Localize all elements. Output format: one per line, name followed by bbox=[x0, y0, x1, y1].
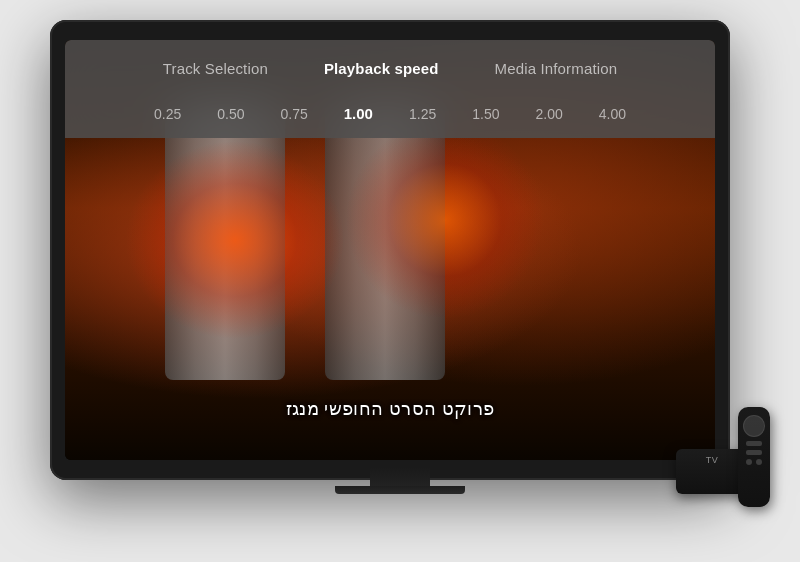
scene: Track Selection Playback speed Media Inf… bbox=[0, 0, 800, 562]
remote-volume-up[interactable] bbox=[756, 459, 762, 465]
remote-volume-down[interactable] bbox=[746, 459, 752, 465]
tv-frame: Track Selection Playback speed Media Inf… bbox=[50, 20, 730, 480]
subtitle-text: פרוקט הסרט החופשי מנגז bbox=[65, 398, 715, 420]
speed-option-1.25[interactable]: 1.25 bbox=[391, 102, 454, 126]
remote-volume-controls bbox=[746, 459, 762, 465]
remote-play-button[interactable] bbox=[746, 450, 762, 455]
speed-options-row: 0.25 0.50 0.75 1.00 1.25 1.50 2.00 4.00 bbox=[65, 93, 715, 138]
tabs-row: Track Selection Playback speed Media Inf… bbox=[65, 40, 715, 93]
tv-screen: Track Selection Playback speed Media Inf… bbox=[65, 40, 715, 460]
speed-option-0.50[interactable]: 0.50 bbox=[199, 102, 262, 126]
glow-left bbox=[125, 140, 345, 340]
glow-right bbox=[345, 120, 545, 320]
stand-neck bbox=[370, 468, 430, 486]
tab-media-information[interactable]: Media Information bbox=[467, 54, 646, 83]
remote-menu-button[interactable] bbox=[746, 441, 762, 446]
tab-track-selection[interactable]: Track Selection bbox=[135, 54, 296, 83]
apple-tv-logo: TV bbox=[706, 455, 718, 465]
speed-option-2.00[interactable]: 2.00 bbox=[517, 102, 580, 126]
remote-touch-area[interactable] bbox=[743, 415, 765, 437]
speed-option-1.50[interactable]: 1.50 bbox=[454, 102, 517, 126]
speed-option-0.75[interactable]: 0.75 bbox=[263, 102, 326, 126]
stand-base bbox=[335, 486, 465, 494]
speed-option-0.25[interactable]: 0.25 bbox=[136, 102, 199, 126]
apple-tv-remote bbox=[738, 407, 770, 507]
overlay-panel: Track Selection Playback speed Media Inf… bbox=[65, 40, 715, 138]
speed-option-4.00[interactable]: 4.00 bbox=[581, 102, 644, 126]
speed-option-1.00[interactable]: 1.00 bbox=[326, 101, 391, 126]
tv-stand bbox=[335, 468, 465, 494]
tab-playback-speed[interactable]: Playback speed bbox=[296, 54, 467, 83]
